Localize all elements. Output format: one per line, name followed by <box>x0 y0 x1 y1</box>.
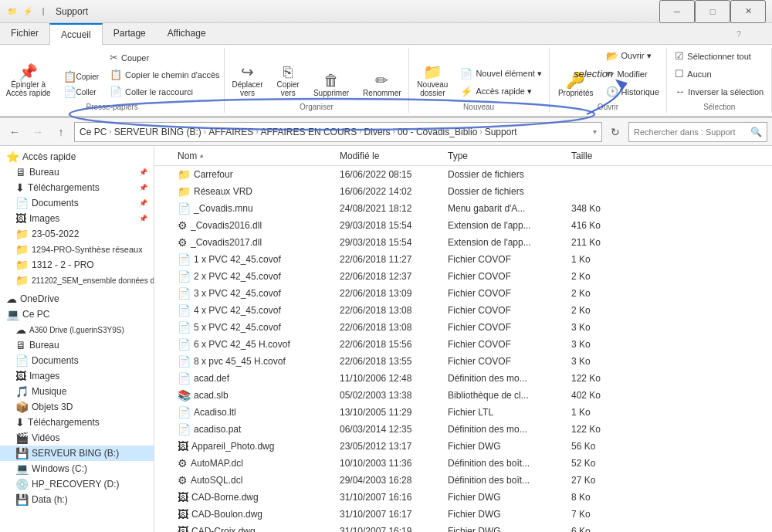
file-name: CAD-Croix.dwg <box>191 526 256 532</box>
table-row[interactable]: 📄 8 x pvc 45_45 H.covof 22/06/2018 13:55… <box>154 353 772 370</box>
group-presse-papiers: 📌 Épingler àAccès rapide 📋 Copier 📄 Coll… <box>0 48 225 113</box>
copier-vers-button[interactable]: ⎘ Copiervers <box>271 62 304 100</box>
copier-chemin-button[interactable]: 📋Copier le chemin d'accès <box>106 66 224 83</box>
table-row[interactable]: 🖼 CAD-Boulon.dwg 31/10/2007 16:17 Fichie… <box>154 506 772 523</box>
coller-raccourci-button[interactable]: 📄Coller le raccourci <box>106 83 224 100</box>
sidebar-item-bureau-quick[interactable]: 🖥 Bureau 📌 <box>0 164 154 180</box>
up-button[interactable]: ↑ <box>51 122 71 142</box>
refresh-button[interactable]: ↻ <box>605 122 625 142</box>
nouvel-element-button[interactable]: 📄Nouvel élément ▾ <box>456 66 546 82</box>
renommer-button[interactable]: ✏ Renommer <box>357 70 406 100</box>
invert-selection-button[interactable]: ↔Inverser la sélection <box>671 83 767 100</box>
file-type-icon: 📄 <box>178 406 191 418</box>
minimize-button[interactable]: ─ <box>659 0 695 23</box>
sidebar-item-acces-rapide[interactable]: ⭐ Accès rapide <box>0 149 154 164</box>
tab-fichier[interactable]: Fichier <box>0 23 49 44</box>
col-header-name[interactable]: Nom ▲ <box>173 151 335 161</box>
sidebar-item-objets3d[interactable]: 📦 Objets 3D <box>0 399 154 415</box>
table-row[interactable]: 📄 _Covadis.mnu 24/08/2021 18:12 Menu gab… <box>154 200 772 217</box>
tab-accueil[interactable]: Accueil <box>49 23 103 45</box>
sidebar-item-hp-recovery[interactable]: 💿 HP_RECOVERY (D:) <box>0 476 154 492</box>
table-row[interactable]: 📄 2 x PVC 42_45.covof 22/06/2018 12:37 F… <box>154 268 772 285</box>
group-label-presse-papiers: Presse-papiers <box>86 103 138 113</box>
sidebar-item-211202[interactable]: 📁 211202_SEM_ensemble données d'entrée <box>0 273 154 288</box>
coller-button[interactable]: 📄 Coller <box>59 84 103 100</box>
windows-drive-icon: 💻 <box>15 463 29 475</box>
file-size-cell: 1 Ko <box>567 407 628 418</box>
proprietes-button[interactable]: 🔑 Propriétés <box>553 70 599 100</box>
tab-partage[interactable]: Partage <box>103 23 157 44</box>
forward-button[interactable]: → <box>28 122 48 142</box>
copier-button[interactable]: 📋 Copier <box>59 69 103 84</box>
supprimer-button[interactable]: 🗑 Supprimer <box>308 70 354 100</box>
table-row[interactable]: ⚙ _Covadis2017.dll 29/03/2018 15:54 Exte… <box>154 234 772 251</box>
table-row[interactable]: 📄 3 x PVC 42_45.covof 22/06/2018 13:09 F… <box>154 285 772 302</box>
table-row[interactable]: ⚙ AutoMAP.dcl 10/10/2003 11:36 Définitio… <box>154 455 772 472</box>
modifier-button[interactable]: ✏Modifier <box>602 66 664 82</box>
table-row[interactable]: 📄 6 x PVC 42_45 H.covof 22/06/2018 15:56… <box>154 336 772 353</box>
historique-button[interactable]: 🕑Historique <box>602 83 664 100</box>
sidebar-item-1294[interactable]: 📁 1294-PRO-Synthèse réseaux <box>0 242 154 257</box>
col-header-type[interactable]: Type <box>443 151 567 161</box>
select-none-button[interactable]: ☐Aucun <box>671 66 767 82</box>
sidebar-item-telechargements[interactable]: ⬇ Téléchargements <box>0 415 154 430</box>
deplacer-button[interactable]: ↪ Déplacervers <box>226 62 268 100</box>
sidebar-item-23-05-2022[interactable]: 📁 23-05-2022 <box>0 226 154 242</box>
table-row[interactable]: 📚 acad.slb 05/02/2003 13:38 Bibliothèque… <box>154 387 772 404</box>
sidebar-item-images-quick[interactable]: 🖼 Images 📌 <box>0 211 154 226</box>
properties-icon: 🔑 <box>566 73 585 88</box>
sidebar-item-documents[interactable]: 📄 Documents <box>0 353 154 368</box>
group-selection: ☑Sélectionner tout ☐Aucun ↔Inverser la s… <box>667 48 772 113</box>
acces-rapide-button[interactable]: ⚡Accès rapide ▾ <box>456 83 546 100</box>
maximize-button[interactable]: □ <box>695 0 730 23</box>
table-row[interactable]: 📄 4 x PVC 42_45.covof 22/06/2018 13:08 F… <box>154 302 772 319</box>
table-row[interactable]: 📁 Réseaux VRD 16/06/2022 14:02 Dossier d… <box>154 183 772 200</box>
sidebar-item-documents-quick[interactable]: 📄 Documents 📌 <box>0 195 154 211</box>
tab-affichage[interactable]: Affichage <box>157 23 217 44</box>
address-path[interactable]: Ce PC › SERVEUR BING (B:) › AFFAIRES › A… <box>74 122 602 142</box>
path-sep-6: › <box>479 127 482 136</box>
table-row[interactable]: 📄 Acadiso.ltl 13/10/2005 11:29 Fichier L… <box>154 404 772 421</box>
sidebar-item-images[interactable]: 🖼 Images <box>0 368 154 384</box>
sidebar-item-windows-c[interactable]: 💻 Windows (C:) <box>0 461 154 476</box>
couper-button[interactable]: ✂Couper <box>106 49 224 66</box>
back-button[interactable]: ← <box>5 122 25 142</box>
col-header-size[interactable]: Taille <box>567 151 628 161</box>
file-type-icon: 📄 <box>178 372 191 385</box>
table-row[interactable]: 🖼 CAD-Borne.dwg 31/10/2007 16:16 Fichier… <box>154 489 772 506</box>
sidebar-item-telechargements-quick[interactable]: ⬇ Téléchargements 📌 <box>0 180 154 195</box>
search-box: 🔍 <box>628 122 767 142</box>
search-input[interactable] <box>634 127 747 137</box>
table-row[interactable]: 📄 acadiso.pat 06/03/2014 12:35 Définitio… <box>154 421 772 438</box>
table-row[interactable]: 📄 acad.def 11/10/2006 12:48 Définition d… <box>154 370 772 387</box>
sidebar-item-a360[interactable]: ☁ A360 Drive (l.guerinS3Y9S) <box>0 322 154 337</box>
sidebar-item-serveur-bing[interactable]: 💾 SERVEUR BING (B:) <box>0 446 154 461</box>
epingler-button[interactable]: 📌 Épingler àAccès rapide <box>1 62 56 100</box>
table-row[interactable]: 📄 5 x PVC 42_45.covof 22/06/2018 13:08 F… <box>154 319 772 336</box>
sidebar-item-bureau[interactable]: 🖥 Bureau <box>0 337 154 353</box>
sidebar-item-1312[interactable]: 📁 1312 - 2 - PRO <box>0 257 154 273</box>
table-row[interactable]: ⚙ AutoSQL.dcl 29/04/2003 16:28 Définitio… <box>154 472 772 489</box>
select-all-button[interactable]: ☑Sélectionner tout <box>671 48 767 64</box>
table-row[interactable]: 📁 Carrefour 16/06/2022 08:15 Dossier de … <box>154 166 772 183</box>
close-button[interactable]: ✕ <box>730 0 766 23</box>
music-icon: 🎵 <box>15 385 29 398</box>
ouvrir-button[interactable]: 📂Ouvrir ▾ <box>602 48 664 64</box>
col-header-date[interactable]: Modifié le <box>335 151 443 161</box>
images-icon: 🖼 <box>15 370 26 382</box>
table-row[interactable]: 🖼 CAD-Croix.dwg 31/10/2007 16:19 Fichier… <box>154 523 772 532</box>
group-ouvrir: 🔑 Propriétés 📂Ouvrir ▾ ✏Modifier 🕑Histor… <box>550 48 668 113</box>
table-row[interactable]: 📄 1 x PVC 42_45.covof 22/06/2018 11:27 F… <box>154 251 772 268</box>
sidebar-item-onedrive[interactable]: ☁ OneDrive <box>0 291 154 307</box>
sidebar-item-videos[interactable]: 🎬 Vidéos <box>0 430 154 446</box>
file-type-icon: 📄 <box>178 202 191 215</box>
file-size-cell: 8 Ko <box>567 492 628 503</box>
file-size-cell: 122 Ko <box>567 373 628 384</box>
table-row[interactable]: ⚙ _Covadis2016.dll 29/03/2018 15:54 Exte… <box>154 217 772 234</box>
sidebar-item-musique[interactable]: 🎵 Musique <box>0 384 154 399</box>
sidebar-item-data-h[interactable]: 💾 Data (h:) <box>0 492 154 507</box>
file-type-cell: Fichier COVOF <box>443 288 567 299</box>
table-row[interactable]: 🖼 Appareil_Photo.dwg 23/05/2012 13:17 Fi… <box>154 438 772 455</box>
sidebar-item-cepc[interactable]: 💻 Ce PC <box>0 307 154 322</box>
nouveau-dossier-button[interactable]: 📁 Nouveaudossier <box>411 62 453 100</box>
